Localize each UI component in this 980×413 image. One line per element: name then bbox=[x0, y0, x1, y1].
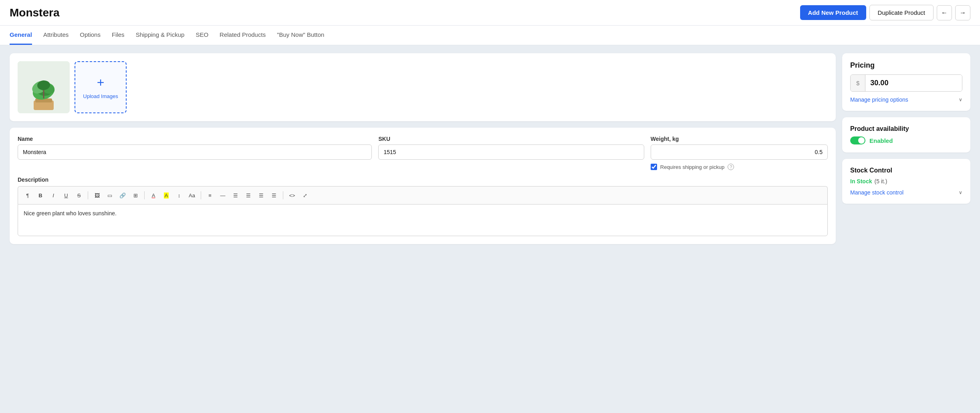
product-image-thumbnail bbox=[18, 61, 70, 113]
availability-title: Product availability bbox=[850, 125, 962, 132]
toolbar-fullscreen[interactable]: ⤢ bbox=[299, 190, 311, 201]
chevron-down-icon: ∨ bbox=[959, 97, 962, 102]
toolbar-paragraph[interactable]: ¶ bbox=[22, 190, 33, 201]
tab-attributes[interactable]: Attributes bbox=[43, 26, 69, 45]
pricing-card: Pricing $ Manage pricing options ∨ bbox=[842, 53, 970, 111]
name-input[interactable] bbox=[18, 144, 372, 160]
sku-input[interactable] bbox=[378, 144, 644, 160]
main-content: + Upload Images Name SKU bbox=[0, 45, 980, 252]
toolbar-line-height[interactable]: ↕ bbox=[173, 190, 185, 201]
upload-images-label: Upload Images bbox=[83, 93, 118, 99]
weight-label: Weight, kg bbox=[651, 136, 828, 142]
shipping-checkbox[interactable] bbox=[651, 164, 657, 170]
stock-status-row: In Stock (5 it.) bbox=[850, 178, 962, 184]
description-label: Description bbox=[18, 176, 828, 183]
toolbar-separator-2 bbox=[144, 191, 145, 199]
left-panel: + Upload Images Name SKU bbox=[10, 53, 836, 244]
toolbar-bold[interactable]: B bbox=[35, 190, 46, 201]
form-row-basic: Name SKU Weight, kg Requires shipping or… bbox=[18, 136, 828, 170]
manage-stock-label: Manage stock control bbox=[850, 189, 903, 196]
stock-status-label: In Stock bbox=[850, 178, 872, 184]
toolbar-separator-4 bbox=[283, 191, 283, 199]
weight-input[interactable] bbox=[651, 144, 828, 160]
toolbar-highlight[interactable]: A bbox=[161, 190, 172, 201]
toolbar-bullet-list[interactable]: ☰ bbox=[230, 190, 241, 201]
toolbar-ordered-list[interactable]: ☰ bbox=[243, 190, 254, 201]
pricing-title: Pricing bbox=[850, 61, 962, 70]
manage-pricing-link[interactable]: Manage pricing options ∨ bbox=[850, 96, 962, 103]
toolbar-image[interactable]: 🖼 bbox=[91, 190, 103, 201]
toolbar-underline[interactable]: U bbox=[60, 190, 72, 201]
images-card: + Upload Images bbox=[10, 53, 836, 121]
toolbar-hr[interactable]: — bbox=[217, 190, 228, 201]
images-section: + Upload Images bbox=[18, 61, 828, 113]
tab-related-products[interactable]: Related Products bbox=[220, 26, 266, 45]
availability-card: Product availability Enabled bbox=[842, 117, 970, 152]
form-section: Name SKU Weight, kg Requires shipping or… bbox=[18, 136, 828, 236]
plant-illustration bbox=[18, 61, 70, 113]
stock-count: (5 it.) bbox=[874, 178, 887, 184]
price-input-row: $ bbox=[850, 74, 962, 92]
shipping-label: Requires shipping or pickup bbox=[660, 164, 724, 170]
prev-nav-button[interactable]: ← bbox=[937, 5, 952, 20]
editor-toolbar: ¶ B I U S 🖼 ▭ 🔗 ⊞ A A ↕ Aa bbox=[18, 186, 828, 204]
top-bar: Monstera Add New Product Duplicate Produ… bbox=[0, 0, 980, 26]
tab-buy-now[interactable]: "Buy Now" Button bbox=[277, 26, 324, 45]
toolbar-outdent[interactable]: ☰ bbox=[268, 190, 280, 201]
availability-toggle[interactable] bbox=[850, 136, 865, 144]
upload-images-button[interactable]: + Upload Images bbox=[75, 61, 127, 113]
description-content: Nice green plant who loves sunshine. bbox=[24, 210, 117, 217]
tab-options[interactable]: Options bbox=[80, 26, 101, 45]
toolbar-source[interactable]: <> bbox=[286, 190, 298, 201]
description-editor[interactable]: Nice green plant who loves sunshine. bbox=[18, 204, 828, 236]
name-group: Name bbox=[18, 136, 372, 170]
plus-icon: + bbox=[97, 75, 105, 90]
tabs-bar: General Attributes Options Files Shippin… bbox=[0, 26, 980, 45]
toolbar-separator-1 bbox=[88, 191, 88, 199]
help-icon[interactable]: ? bbox=[728, 164, 734, 170]
tab-shipping[interactable]: Shipping & Pickup bbox=[136, 26, 185, 45]
toolbar-italic[interactable]: I bbox=[48, 190, 59, 201]
right-panel: Pricing $ Manage pricing options ∨ Produ… bbox=[842, 53, 970, 244]
stock-card: Stock Control In Stock (5 it.) Manage st… bbox=[842, 159, 970, 204]
weight-group: Weight, kg Requires shipping or pickup ? bbox=[651, 136, 828, 170]
tab-general[interactable]: General bbox=[10, 26, 32, 45]
sku-group: SKU bbox=[378, 136, 644, 170]
name-label: Name bbox=[18, 136, 372, 142]
availability-status: Enabled bbox=[869, 137, 893, 144]
manage-pricing-label: Manage pricing options bbox=[850, 96, 908, 103]
toolbar-indent[interactable]: ☰ bbox=[256, 190, 267, 201]
availability-row: Enabled bbox=[850, 136, 962, 144]
toolbar-separator-3 bbox=[201, 191, 201, 199]
description-section: Description ¶ B I U S 🖼 ▭ 🔗 ⊞ bbox=[18, 176, 828, 236]
toolbar-font-color[interactable]: A bbox=[148, 190, 159, 201]
next-nav-button[interactable]: → bbox=[955, 5, 970, 20]
toolbar-embed[interactable]: ▭ bbox=[104, 190, 115, 201]
sku-label: SKU bbox=[378, 136, 644, 142]
stock-chevron-down-icon: ∨ bbox=[959, 190, 962, 195]
tab-files[interactable]: Files bbox=[112, 26, 125, 45]
top-actions: Add New Product Duplicate Product ← → bbox=[800, 5, 970, 20]
shipping-checkbox-row: Requires shipping or pickup ? bbox=[651, 164, 828, 170]
duplicate-product-button[interactable]: Duplicate Product bbox=[869, 5, 934, 20]
page-title: Monstera bbox=[10, 6, 59, 19]
toolbar-font-size[interactable]: Aa bbox=[186, 190, 198, 201]
currency-symbol: $ bbox=[851, 75, 865, 91]
price-input[interactable] bbox=[865, 75, 962, 91]
toolbar-align-left[interactable]: ≡ bbox=[204, 190, 216, 201]
add-new-product-button[interactable]: Add New Product bbox=[800, 5, 866, 20]
toolbar-strikethrough[interactable]: S bbox=[73, 190, 85, 201]
product-form-card: Name SKU Weight, kg Requires shipping or… bbox=[10, 128, 836, 244]
tab-seo[interactable]: SEO bbox=[196, 26, 208, 45]
toolbar-link[interactable]: 🔗 bbox=[117, 190, 128, 201]
toolbar-table[interactable]: ⊞ bbox=[130, 190, 141, 201]
manage-stock-link[interactable]: Manage stock control ∨ bbox=[850, 189, 962, 196]
stock-title: Stock Control bbox=[850, 167, 962, 174]
